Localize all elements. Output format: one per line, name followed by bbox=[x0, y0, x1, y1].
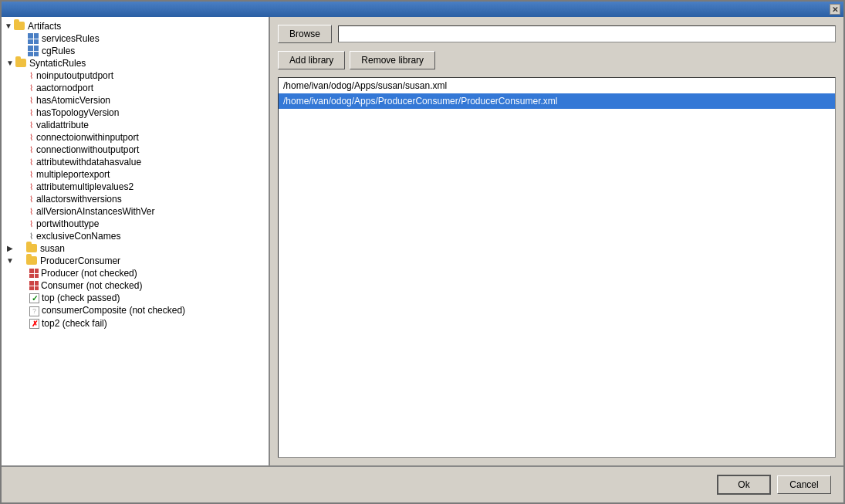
squiggly-icon-l: ⌇ bbox=[29, 219, 33, 229]
title-bar: ✕ bbox=[2, 2, 843, 17]
folder-icon-susan bbox=[26, 243, 39, 254]
toggle-susan[interactable]: ▶ bbox=[5, 243, 15, 254]
squiggly-icon-k: ⌇ bbox=[29, 207, 33, 217]
squiggly-icon-j: ⌇ bbox=[29, 194, 33, 205]
tree-label-cgrules: cgRules bbox=[42, 46, 75, 56]
tree-row-attrmulti[interactable]: ⌇ attributemultiplevalues2 bbox=[2, 181, 269, 193]
label-allversion: allVersionAInstancesWithVer bbox=[36, 206, 154, 217]
grid-icon-cg bbox=[28, 46, 40, 56]
label-conwithout: connectionwithoutputport bbox=[36, 144, 139, 155]
label-top: top (check passed) bbox=[42, 293, 120, 303]
tree-row-servicesrules[interactable]: servicesRules bbox=[2, 32, 269, 45]
squiggly-icon-g: ⌇ bbox=[29, 157, 33, 167]
tree-row-consumer-composite[interactable]: ? consumerComposite (not checked) bbox=[2, 304, 269, 316]
squiggly-icon-c: ⌇ bbox=[29, 108, 33, 118]
grid-icon bbox=[28, 33, 40, 44]
tree-panel: ▼ Artifacts servicesRules c bbox=[2, 17, 270, 465]
tree-row-noinput[interactable]: ⌇ noinputoutputdport bbox=[2, 69, 269, 82]
label-exclusive: exclusiveConNames bbox=[36, 231, 120, 242]
label-portwithout: portwithouttype bbox=[36, 218, 99, 229]
label-noinput: noinputoutputdport bbox=[36, 70, 113, 81]
browse-row: Browse bbox=[278, 25, 836, 43]
tree-row-portwithout[interactable]: ⌇ portwithouttype bbox=[2, 218, 269, 230]
main-content: ▼ Artifacts servicesRules c bbox=[2, 17, 843, 465]
tree-row-conwith[interactable]: ⌇ connectoionwithinputport bbox=[2, 131, 269, 144]
add-library-button[interactable]: Add library bbox=[278, 51, 345, 69]
bottom-bar: Ok Cancel bbox=[2, 465, 843, 502]
label-attrmulti: attributemultiplevalues2 bbox=[36, 181, 134, 192]
label-hasatomic: hasAtomicVersion bbox=[36, 95, 110, 106]
label-consumer: Consumer (not checked) bbox=[41, 280, 142, 291]
tree-label-artifacts: Artifacts bbox=[28, 21, 61, 32]
tree-row-allversion[interactable]: ⌇ allVersionAInstancesWithVer bbox=[2, 205, 269, 218]
squiggly-icon: ⌇ bbox=[29, 71, 33, 81]
browse-input[interactable] bbox=[338, 25, 836, 42]
label-multiport: multipleportexport bbox=[36, 169, 110, 180]
label-consumer-composite: consumerComposite (not checked) bbox=[42, 305, 185, 316]
tree-row-susan[interactable]: ▶ susan bbox=[2, 242, 269, 255]
tree-row-producer[interactable]: Producer (not checked) bbox=[2, 267, 269, 279]
tree-row-attrdata[interactable]: ⌇ attributewithdatahasvalue bbox=[2, 156, 269, 168]
tree-row-artifacts[interactable]: ▼ Artifacts bbox=[2, 20, 269, 32]
tree-row-hasatomic[interactable]: ⌇ hasAtomicVersion bbox=[2, 94, 269, 107]
tree-row-hastopo[interactable]: ⌇ hasTopologyVersion bbox=[2, 107, 269, 119]
squiggly-icon-e: ⌇ bbox=[29, 133, 33, 143]
squiggly-icon-m: ⌇ bbox=[29, 232, 33, 242]
label-validattr: validattribute bbox=[36, 120, 89, 130]
label-top2: top2 (check fail) bbox=[42, 318, 107, 329]
tree-row-exclusive[interactable]: ⌇ exclusiveConNames bbox=[2, 230, 269, 242]
label-attrdata: attributewithdatahasvalue bbox=[36, 157, 141, 167]
folder-icon bbox=[14, 21, 26, 32]
toggle-artifacts[interactable]: ▼ bbox=[3, 21, 14, 32]
list-item-path-pc: /home/ivan/odog/Apps/ProducerConsumer/Pr… bbox=[283, 96, 558, 107]
library-buttons: Add library Remove library bbox=[278, 51, 836, 69]
tree-label-pc: ProducerConsumer bbox=[40, 255, 120, 266]
tree-row-producerconsumer[interactable]: ▼ ProducerConsumer bbox=[2, 255, 269, 267]
tree-row-consumer[interactable]: Consumer (not checked) bbox=[2, 279, 269, 292]
label-hastopo: hasTopologyVersion bbox=[36, 107, 119, 118]
tree-row-top2[interactable]: ✗ top2 (check fail) bbox=[2, 317, 269, 330]
tree-row-top[interactable]: ✓ top (check passed) bbox=[2, 292, 269, 304]
cancel-button[interactable]: Cancel bbox=[777, 475, 831, 494]
tree-row-conwithout[interactable]: ⌇ connectionwithoutputport bbox=[2, 144, 269, 156]
list-item-path-susan: /home/ivan/odog/Apps/susan/susan.xml bbox=[283, 80, 447, 91]
check-fail-icon: ✗ bbox=[29, 318, 39, 329]
check-pass-icon: ✓ bbox=[29, 293, 39, 303]
toggle-syntatic[interactable]: ▼ bbox=[5, 58, 15, 69]
label-conwith: connectoionwithinputport bbox=[36, 132, 139, 143]
right-panel: Browse Add library Remove library /home/… bbox=[270, 17, 843, 465]
squiggly-icon-f: ⌇ bbox=[29, 145, 33, 155]
tree-row-aactor[interactable]: ⌇ aactornodport bbox=[2, 82, 269, 94]
main-window: ✕ ▼ Artifacts servicesRules bbox=[0, 0, 845, 504]
label-allactors: allactorswithversions bbox=[36, 194, 122, 205]
tree-label-servicesrules: servicesRules bbox=[42, 33, 100, 44]
grid-red-icon-consumer bbox=[29, 281, 39, 290]
syntatic-children: ⌇ noinputoutputdport ⌇ aactornodport ⌇ h… bbox=[2, 69, 269, 242]
list-item-susan[interactable]: /home/ivan/odog/Apps/susan/susan.xml bbox=[279, 78, 835, 93]
list-item-producerconsumer[interactable]: /home/ivan/odog/Apps/ProducerConsumer/Pr… bbox=[279, 93, 835, 109]
toggle-pc[interactable]: ▼ bbox=[5, 255, 15, 266]
browse-button[interactable]: Browse bbox=[278, 25, 332, 43]
label-producer: Producer (not checked) bbox=[41, 268, 137, 279]
tree-row-multiport[interactable]: ⌇ multipleportexport bbox=[2, 168, 269, 181]
folder-icon-pc bbox=[26, 255, 39, 266]
pc-children: Producer (not checked) Consumer (not che… bbox=[2, 267, 269, 330]
toggle-space bbox=[17, 33, 28, 44]
folder-icon-syntatic bbox=[15, 58, 28, 69]
library-list[interactable]: /home/ivan/odog/Apps/susan/susan.xml /ho… bbox=[278, 77, 836, 458]
tree-row-cgrules[interactable]: cgRules bbox=[2, 45, 269, 57]
squiggly-icon-i: ⌇ bbox=[29, 182, 33, 192]
close-button[interactable]: ✕ bbox=[830, 4, 840, 15]
tree-row-allactors[interactable]: ⌇ allactorswithversions bbox=[2, 193, 269, 205]
label-aactor: aactornodport bbox=[36, 83, 93, 93]
tree-label-susan: susan bbox=[40, 243, 65, 254]
squiggly-icon-b: ⌇ bbox=[29, 96, 33, 106]
squiggly-icon-h: ⌇ bbox=[29, 170, 33, 180]
tree-row-validattr[interactable]: ⌇ validattribute bbox=[2, 119, 269, 131]
ok-button[interactable]: Ok bbox=[717, 475, 771, 495]
squiggly-icon-a: ⌇ bbox=[29, 83, 33, 93]
tree-row-syntaticrules[interactable]: ▼ SyntaticRules bbox=[2, 57, 269, 69]
check-notchecked-icon: ? bbox=[29, 305, 39, 316]
remove-library-button[interactable]: Remove library bbox=[350, 51, 435, 69]
tree-label-syntaticrules: SyntaticRules bbox=[29, 58, 86, 69]
